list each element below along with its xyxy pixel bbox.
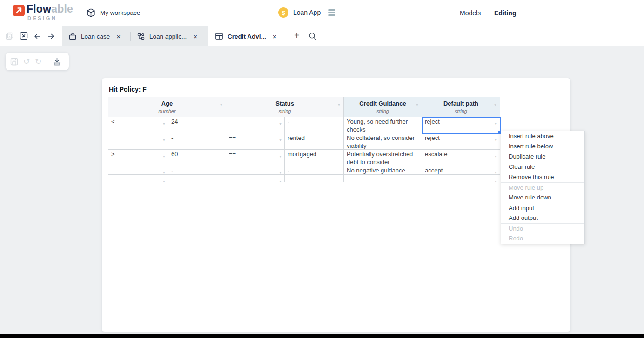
tab-loan-application[interactable]: Loan applic... ×	[130, 26, 208, 46]
cell-status-operator[interactable]	[226, 166, 285, 175]
toolbar-separator	[47, 56, 47, 66]
cell-default-path-selected[interactable]: reject	[422, 117, 500, 133]
cell-status-operator[interactable]	[226, 175, 285, 182]
column-header-age[interactable]: Age number	[108, 97, 226, 117]
app-switcher[interactable]: $ Loan App	[278, 7, 335, 18]
workspace-label: My workspace	[100, 9, 140, 16]
fill-handle[interactable]	[498, 131, 500, 133]
dropdown-icon[interactable]	[162, 177, 166, 182]
cell-status-value[interactable]: -	[285, 166, 344, 175]
tab-label: Loan case	[81, 33, 110, 40]
cell-age-operator[interactable]	[108, 166, 168, 175]
cell-status-operator[interactable]: ==	[226, 150, 285, 166]
app-coin-icon: $	[278, 7, 288, 18]
menu-item-add-input[interactable]: Add input	[501, 203, 584, 213]
download-icon[interactable]	[53, 57, 61, 66]
cell-status-operator[interactable]: ==	[226, 133, 285, 150]
tab-close-icon[interactable]: ×	[116, 33, 121, 40]
dropdown-icon[interactable]	[494, 177, 497, 182]
cell-age-value[interactable]: 24	[168, 117, 226, 133]
dropdown-icon[interactable]	[279, 135, 282, 144]
cell-credit-guidance[interactable]	[344, 175, 422, 182]
cell-age-operator[interactable]: >	[108, 150, 168, 166]
dropdown-icon[interactable]	[279, 177, 282, 182]
dropdown-icon[interactable]	[220, 100, 223, 109]
hit-policy-label: Hit Policy: F	[109, 86, 147, 93]
cell-age-value[interactable]: 60	[168, 150, 226, 166]
dropdown-icon[interactable]	[162, 152, 166, 160]
cell-status-value[interactable]: rented	[285, 133, 344, 150]
search-icon[interactable]	[309, 32, 317, 40]
decision-table: Age number Status string Credit Guidance…	[108, 97, 500, 182]
forward-icon[interactable]	[47, 32, 55, 40]
menu-item-remove-this-rule[interactable]: Remove this rule	[501, 172, 584, 182]
brand-name: Flowable	[27, 3, 73, 15]
menu-item-redo[interactable]: Redo	[501, 233, 584, 244]
tab-loan-case[interactable]: Loan case ×	[62, 26, 130, 46]
save-icon[interactable]	[10, 58, 18, 66]
dropdown-icon[interactable]	[162, 168, 166, 175]
dropdown-icon[interactable]	[162, 119, 166, 128]
close-all-tabs-icon[interactable]	[20, 32, 28, 40]
decision-table-icon	[215, 33, 223, 40]
column-header-credit-guidance[interactable]: Credit Guidance string	[344, 97, 422, 117]
cell-credit-guidance[interactable]: Young, so need further checks	[344, 117, 422, 133]
nav-models[interactable]: Models	[460, 9, 481, 17]
menu-item-move-rule-up[interactable]: Move rule up	[501, 182, 584, 192]
dropdown-icon[interactable]	[337, 100, 341, 109]
app-menu-icon[interactable]	[328, 9, 335, 15]
cell-status-value[interactable]: -	[285, 117, 344, 133]
menu-item-move-rule-down[interactable]: Move rule down	[501, 192, 584, 203]
cell-age-value[interactable]: -	[168, 133, 226, 150]
cell-age-operator[interactable]	[108, 175, 168, 182]
tab-close-icon[interactable]: ×	[273, 33, 277, 40]
dropdown-icon[interactable]	[494, 100, 497, 109]
menu-item-insert-rule-below[interactable]: Insert rule below	[501, 141, 584, 152]
column-header-status[interactable]: Status string	[226, 97, 344, 117]
context-menu: Insert rule above Insert rule below Dupl…	[501, 131, 585, 244]
cell-status-value[interactable]	[285, 175, 344, 182]
undo-icon[interactable]: ↺	[23, 58, 30, 66]
cell-age-operator[interactable]: <	[108, 117, 168, 133]
cell-status-operator[interactable]	[226, 117, 285, 133]
redo-icon[interactable]: ↻	[35, 58, 41, 66]
add-tab-icon[interactable]: +	[294, 30, 300, 41]
dropdown-icon[interactable]	[279, 152, 282, 160]
dropdown-icon[interactable]	[416, 100, 419, 109]
workspace-selector[interactable]: My workspace	[86, 8, 140, 18]
dropdown-icon[interactable]	[494, 119, 497, 128]
tab-close-icon[interactable]: ×	[193, 33, 197, 40]
cell-age-value[interactable]: -	[168, 166, 226, 175]
cell-default-path[interactable]: accept	[422, 166, 500, 175]
briefcase-icon	[69, 33, 76, 40]
dropdown-icon[interactable]	[162, 135, 166, 144]
dropdown-icon[interactable]	[494, 135, 497, 144]
cell-credit-guidance[interactable]: No collateral, so consider viability	[344, 133, 422, 150]
cell-credit-guidance[interactable]: Potentially overstretched debt to consid…	[344, 150, 422, 166]
menu-item-add-output[interactable]: Add output	[501, 213, 584, 223]
tab-label: Credit Advi...	[228, 33, 266, 40]
cell-status-value[interactable]: mortgaged	[285, 150, 344, 166]
cell-age-operator[interactable]	[108, 133, 168, 150]
nav-editing[interactable]: Editing	[494, 9, 516, 17]
menu-item-duplicate-rule[interactable]: Duplicate rule	[501, 152, 584, 162]
tab-credit-advice[interactable]: Credit Advi... ×	[208, 26, 286, 46]
column-header-default-path[interactable]: Default path string	[422, 97, 500, 117]
cell-default-path[interactable]	[422, 175, 500, 182]
cell-default-path[interactable]: escalate	[422, 150, 500, 166]
copy-icon[interactable]	[6, 32, 13, 40]
menu-item-undo[interactable]: Undo	[501, 223, 584, 233]
tab-label: Loan applic...	[149, 33, 187, 40]
cell-age-value[interactable]	[168, 175, 226, 182]
dropdown-icon[interactable]	[279, 119, 282, 128]
dropdown-icon[interactable]	[279, 168, 282, 175]
app-name: Loan App	[293, 9, 321, 16]
cell-default-path[interactable]: reject	[422, 133, 500, 150]
flowable-logo-icon[interactable]	[13, 5, 25, 16]
menu-item-clear-rule[interactable]: Clear rule	[501, 162, 584, 172]
dropdown-icon[interactable]	[494, 152, 497, 160]
dropdown-icon[interactable]	[494, 168, 497, 175]
back-icon[interactable]	[33, 32, 41, 40]
cell-credit-guidance[interactable]: No negative guidance	[344, 166, 422, 175]
menu-item-insert-rule-above[interactable]: Insert rule above	[501, 131, 584, 141]
